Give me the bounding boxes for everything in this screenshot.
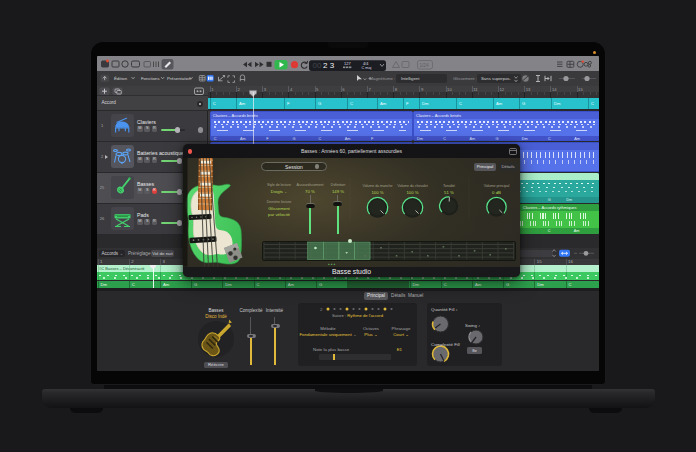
svg-text:2: 2 — [320, 306, 323, 311]
svg-text:2 3: 2 3 — [323, 61, 335, 70]
svg-text:1/24: 1/24 — [420, 63, 429, 68]
svg-text:C maj: C maj — [362, 66, 372, 70]
svg-text:00: 00 — [313, 61, 322, 70]
svg-text:127: 127 — [344, 61, 351, 66]
